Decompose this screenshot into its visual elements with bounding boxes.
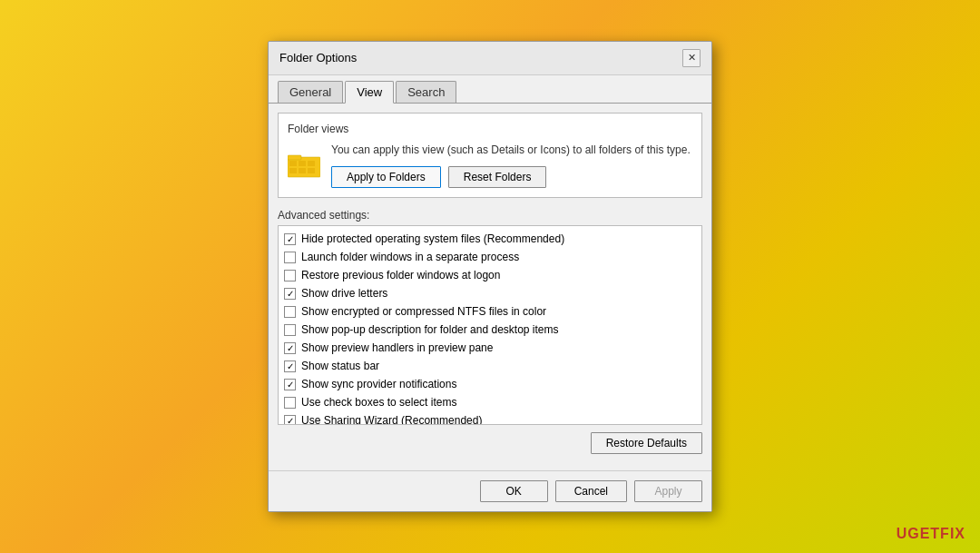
tab-search[interactable]: Search [396, 81, 456, 103]
item-label: Use Sharing Wizard (Recommended) [301, 412, 482, 424]
checkbox-show-sync[interactable] [284, 379, 296, 390]
folder-views-buttons: Apply to Folders Reset Folders [331, 166, 691, 188]
advanced-settings-container: Hide protected operating system files (R… [278, 225, 702, 425]
checkbox-restore-windows[interactable] [284, 270, 296, 281]
item-label: Show encrypted or compressed NTFS files … [301, 303, 546, 320]
checkbox-show-popup[interactable] [284, 324, 296, 336]
advanced-settings-list[interactable]: Hide protected operating system files (R… [279, 226, 701, 424]
list-item[interactable]: Use Sharing Wizard (Recommended) [279, 411, 701, 424]
folder-options-dialog: Folder Options ✕ General View Search Fol… [268, 41, 712, 513]
close-button[interactable]: ✕ [682, 49, 701, 67]
tab-view[interactable]: View [345, 81, 394, 104]
item-label: Hide protected operating system files (R… [301, 231, 564, 247]
folder-views-text: You can apply this view (such as Details… [331, 143, 691, 189]
svg-rect-2 [289, 161, 297, 166]
tab-general[interactable]: General [278, 81, 343, 103]
apply-to-folders-button[interactable]: Apply to Folders [331, 166, 441, 188]
checkbox-show-preview[interactable] [284, 342, 296, 354]
checkbox-use-sharing[interactable] [284, 415, 296, 425]
checkbox-show-drive-letters[interactable] [284, 288, 296, 300]
svg-rect-1 [288, 155, 301, 160]
list-item[interactable]: Use check boxes to select items [279, 393, 701, 411]
list-item[interactable]: Launch folder windows in a separate proc… [279, 248, 701, 266]
svg-rect-5 [289, 168, 297, 173]
list-item[interactable]: Show sync provider notifications [279, 375, 701, 393]
tab-bar: General View Search [269, 75, 711, 104]
list-item[interactable]: Show drive letters [279, 284, 701, 302]
list-item[interactable]: Hide protected operating system files (R… [279, 230, 701, 248]
item-label: Show preview handlers in preview pane [301, 340, 493, 356]
folder-views-label: Folder views [288, 123, 692, 135]
folder-views-section: Folder views [278, 113, 702, 199]
dialog-title: Folder Options [279, 51, 357, 64]
list-item[interactable]: Restore previous folder windows at logon [279, 266, 701, 284]
item-label: Show sync provider notifications [301, 376, 456, 392]
folder-icon [288, 152, 320, 179]
checkbox-launch-folder[interactable] [284, 252, 296, 263]
reset-folders-button[interactable]: Reset Folders [448, 166, 547, 188]
title-bar: Folder Options ✕ [269, 42, 711, 75]
list-item[interactable]: Show status bar [279, 357, 701, 375]
list-item[interactable]: Show encrypted or compressed NTFS files … [279, 302, 701, 321]
watermark: UGETFIX [897, 526, 965, 542]
svg-rect-0 [288, 157, 320, 177]
checkbox-show-status[interactable] [284, 360, 296, 372]
list-item[interactable]: Show preview handlers in preview pane [279, 339, 701, 357]
svg-rect-4 [308, 161, 315, 166]
svg-rect-3 [299, 161, 306, 166]
dialog-footer: OK Cancel Apply [269, 470, 711, 511]
checkbox-hide-protected[interactable] [284, 233, 296, 245]
checkbox-show-encrypted[interactable] [284, 306, 296, 318]
list-item[interactable]: Show pop-up description for folder and d… [279, 321, 701, 339]
checkbox-use-checkboxes[interactable] [284, 397, 296, 409]
item-label: Show drive letters [301, 285, 387, 301]
cancel-button[interactable]: Cancel [555, 480, 627, 502]
item-label: Use check boxes to select items [301, 394, 456, 410]
apply-button[interactable]: Apply [634, 480, 702, 502]
svg-rect-6 [299, 168, 306, 173]
item-label: Show status bar [301, 358, 379, 374]
item-label: Launch folder windows in a separate proc… [301, 249, 519, 265]
advanced-settings-label: Advanced settings: [278, 209, 702, 222]
dialog-content: Folder views [269, 104, 711, 471]
svg-rect-7 [308, 168, 315, 173]
folder-views-inner: You can apply this view (such as Details… [288, 143, 692, 189]
restore-defaults-button[interactable]: Restore Defaults [591, 432, 702, 454]
restore-defaults-row: Restore Defaults [278, 432, 702, 454]
item-label: Restore previous folder windows at logon [301, 267, 500, 283]
ok-button[interactable]: OK [480, 480, 548, 502]
item-label: Show pop-up description for folder and d… [301, 321, 559, 338]
